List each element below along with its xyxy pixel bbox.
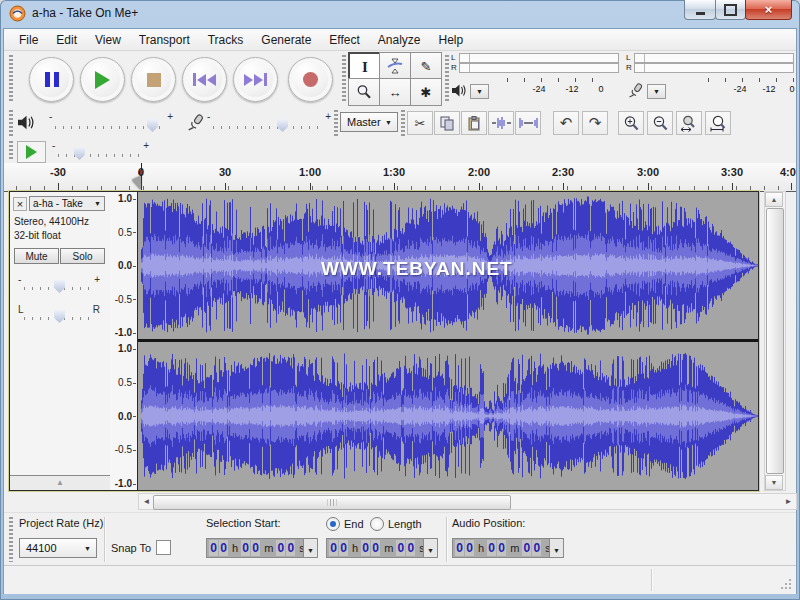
- maximize-button[interactable]: [715, 0, 746, 20]
- timeline-label-3:30: 3:30: [721, 166, 743, 178]
- recording-meter-dropdown[interactable]: [647, 84, 666, 99]
- play-at-speed-button[interactable]: [17, 141, 46, 163]
- menu-item-tracks[interactable]: Tracks: [199, 30, 253, 50]
- playback-meter[interactable]: L R -24 -12 0: [451, 53, 622, 103]
- meter-channel-label: L: [626, 53, 634, 62]
- trim-outside-selection-button[interactable]: [488, 111, 514, 135]
- vertical-ruler-channel-1[interactable]: 1.00.50.0-0.5-1.0: [110, 192, 137, 339]
- pause-button[interactable]: [29, 57, 74, 102]
- playback-speed-slider[interactable]: - +: [52, 140, 149, 161]
- resize-grip-icon[interactable]: [789, 587, 791, 589]
- time-field-dropdown[interactable]: [303, 539, 317, 557]
- time-shift-tool-button[interactable]: ↔: [379, 78, 411, 106]
- track-close-button[interactable]: [13, 197, 27, 211]
- waveform-channel-right[interactable]: [138, 342, 758, 490]
- playhead-pin-icon[interactable]: [132, 176, 141, 190]
- project-rate-value: 44100: [26, 542, 57, 554]
- toolbar-grabber[interactable]: [9, 141, 13, 161]
- menu-item-view[interactable]: View: [86, 30, 130, 50]
- output-device-select[interactable]: Master: [340, 112, 398, 132]
- recording-meter[interactable]: L R -24 -12 0: [626, 53, 798, 103]
- menu-item-analyze[interactable]: Analyze: [369, 30, 430, 50]
- scroll-right-arrow[interactable]: ►: [781, 494, 796, 509]
- vertical-ruler-channel-2[interactable]: 1.00.50.0-0.5-1.0: [110, 342, 137, 490]
- silence-selection-button[interactable]: [515, 111, 541, 135]
- timeline-major-tick: [225, 183, 226, 190]
- menu-item-help[interactable]: Help: [430, 30, 473, 50]
- toolbar-grabber[interactable]: [9, 55, 13, 103]
- vertical-scroll-thumb[interactable]: [766, 208, 784, 474]
- output-volume-slider[interactable]: - +: [49, 111, 173, 133]
- project-rate-select[interactable]: 44100: [19, 538, 97, 558]
- multi-tool-button[interactable]: ✱: [410, 78, 442, 106]
- recording-meter-bar-right: [634, 63, 794, 73]
- fit-project-button[interactable]: [705, 111, 731, 135]
- title-bar[interactable]: a-ha - Take On Me+: [0, 0, 800, 28]
- redo-button[interactable]: ↷: [582, 111, 608, 135]
- time-field-dropdown[interactable]: [549, 539, 563, 557]
- scroll-up-arrow[interactable]: ▲: [765, 192, 783, 207]
- menu-item-generate[interactable]: Generate: [252, 30, 320, 50]
- track-control-panel: a-ha - Take Stereo, 44100Hz 32-bit float…: [10, 192, 110, 490]
- playback-speed-thumb[interactable]: [74, 147, 85, 160]
- vertical-scrollbar[interactable]: ▲ ▼: [764, 191, 786, 491]
- menu-item-effect[interactable]: Effect: [320, 30, 368, 50]
- toolbar-grabber[interactable]: [9, 110, 13, 136]
- fit-selection-button[interactable]: [676, 111, 702, 135]
- audio-position-time-field[interactable]: 00h00m00s: [452, 538, 564, 558]
- scroll-down-arrow[interactable]: ▼: [765, 475, 783, 490]
- track-collapse-button[interactable]: [10, 475, 110, 490]
- menu-item-file[interactable]: File: [10, 30, 47, 50]
- toolbar-grabber[interactable]: [342, 55, 346, 103]
- stop-button[interactable]: [131, 57, 176, 102]
- radio-end[interactable]: End: [326, 517, 364, 531]
- track-pan-slider[interactable]: L R: [18, 304, 100, 324]
- record-button[interactable]: [288, 57, 333, 102]
- toolbar-grabber[interactable]: [445, 55, 449, 103]
- menu-item-edit[interactable]: Edit: [47, 30, 86, 50]
- redo-icon: ↷: [589, 114, 602, 132]
- timeline-minor-tick: [284, 186, 285, 190]
- zoom-in-button[interactable]: [618, 111, 644, 135]
- skip-to-end-button[interactable]: [233, 57, 278, 102]
- cut-button[interactable]: ✂: [407, 111, 433, 135]
- track-gain-slider[interactable]: - +: [18, 274, 100, 294]
- magnifier-icon: [356, 84, 372, 100]
- vertical-ruler[interactable]: 1.00.50.0-0.5-1.0 1.00.50.0-0.5-1.0: [110, 192, 137, 490]
- scroll-left-arrow[interactable]: ◄: [139, 494, 154, 509]
- toolbar-grabber[interactable]: [401, 110, 405, 136]
- radio-length[interactable]: Length: [370, 517, 422, 531]
- undo-button[interactable]: ↶: [553, 111, 579, 135]
- selection-start-time-field[interactable]: 00h00m00s: [206, 538, 318, 558]
- copy-button[interactable]: [434, 111, 460, 135]
- snap-to-checkbox[interactable]: [156, 540, 171, 555]
- close-button[interactable]: [745, 0, 792, 20]
- solo-button[interactable]: Solo: [60, 248, 105, 264]
- gain-thumb[interactable]: [54, 280, 65, 293]
- vruler-label: 0.5: [118, 377, 136, 388]
- selection-end-time-field[interactable]: 00h00m00s: [326, 538, 438, 558]
- input-volume-thumb[interactable]: [277, 119, 288, 132]
- pan-thumb[interactable]: [54, 310, 65, 323]
- horizontal-scrollbar[interactable]: ◄ ►: [138, 493, 797, 510]
- toolbar-grabber[interactable]: [334, 110, 338, 136]
- toolbar-grabber[interactable]: [9, 517, 13, 562]
- envelope-tool-button[interactable]: [379, 52, 411, 80]
- play-button[interactable]: [80, 57, 125, 102]
- menu-item-transport[interactable]: Transport: [130, 30, 199, 50]
- zoom-tool-button[interactable]: [348, 78, 380, 106]
- record-icon: [303, 72, 318, 87]
- input-volume-slider[interactable]: - +: [207, 111, 331, 133]
- mute-button[interactable]: Mute: [14, 248, 59, 264]
- track-name-dropdown[interactable]: a-ha - Take: [29, 196, 105, 211]
- minimize-button[interactable]: [684, 0, 716, 20]
- horizontal-scroll-thumb[interactable]: [153, 495, 511, 510]
- skip-to-start-button[interactable]: [182, 57, 227, 102]
- timeline-ruler[interactable]: -300301:001:302:002:303:003:304:00: [4, 163, 796, 192]
- zoom-out-button[interactable]: [647, 111, 673, 135]
- draw-tool-button[interactable]: ✎: [410, 52, 442, 80]
- time-field-dropdown[interactable]: [423, 539, 437, 557]
- output-volume-thumb[interactable]: [147, 119, 158, 132]
- playback-meter-dropdown[interactable]: [470, 84, 489, 99]
- paste-button[interactable]: [461, 111, 487, 135]
